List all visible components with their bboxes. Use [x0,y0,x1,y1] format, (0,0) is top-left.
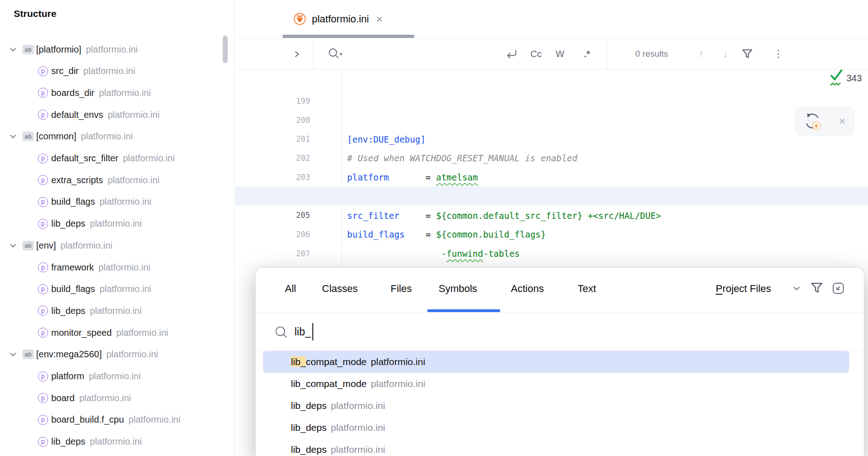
property-icon: p [38,175,48,185]
structure-tree-property[interactable]: p lib_depsplatformio.ini [0,300,234,322]
structure-tree-property[interactable]: p platformplatformio.ini [0,366,234,387]
structure-tree-property[interactable]: p boardplatformio.ini [0,387,234,409]
structure-tree-property[interactable]: p build_flagsplatformio.ini [0,278,234,300]
reload-platformio-icon[interactable] [803,111,822,131]
property-icon: p [38,88,48,98]
property-icon: p [38,110,48,120]
ide-window: Structure ab [platformio]platformio.ini … [0,0,868,456]
code-line: 199 [235,72,868,91]
tree-item-label: extra_scripts [51,175,103,185]
find-bar-separator [607,38,607,69]
scope-chevron-down-icon[interactable] [792,283,802,293]
structure-tree-property[interactable]: p boards_dirplatformio.ini [0,82,234,104]
chevron-down-icon[interactable] [9,46,17,53]
code-line: 202 platform = atmelsam [235,129,868,148]
structure-tree-property[interactable]: p frameworkplatformio.ini [0,256,234,278]
structure-tree-property[interactable]: p monitor_speedplatformio.ini [0,322,234,344]
dismiss-reload-icon[interactable]: × [839,117,846,126]
structure-tree-property[interactable]: p lib_depsplatformio.ini [0,431,234,453]
structure-panel: Structure ab [platformio]platformio.ini … [0,0,235,456]
tree-item-file: platformio.ini [86,44,138,54]
structure-tree-property[interactable]: p board_build.f_cpuplatformio.ini [0,409,234,431]
search-result-row[interactable]: lib_compat_mode platformio.ini [263,351,849,373]
active-tab-underline [283,35,414,38]
match-case-button[interactable]: Cc [530,38,541,69]
scope-selector[interactable]: Project Files [716,268,771,310]
property-icon: p [38,262,48,272]
search-everywhere-tabs: AllClassesFilesSymbolsActionsText Projec… [256,268,864,313]
structure-tree-section[interactable]: ab [env]platformio.ini [0,234,234,256]
tree-item-file: platformio.ini [100,196,151,207]
tree-item-file: platformio.ini [106,349,158,359]
structure-tree-property[interactable]: p extra_scriptsplatformio.ini [0,169,234,191]
inspections-widget[interactable]: 343 [830,68,862,89]
tree-item-file: platformio.ini [60,240,112,250]
search-magnifier-icon[interactable] [327,38,343,69]
regex-button[interactable]: .* [584,38,590,69]
tree-item-file: platformio.ini [90,306,142,316]
tree-item-label: framework [51,262,94,272]
tree-item-label: src_dir [51,66,79,76]
property-icon: p [38,328,48,338]
search-result-row[interactable]: lib_compat_mode platformio.ini [263,373,849,395]
words-button[interactable]: W [556,38,564,69]
tree-item-label: default_envs [51,110,103,120]
chevron-down-icon[interactable] [9,242,17,249]
newline-icon[interactable] [504,38,518,69]
popup-tab-all[interactable]: All [285,268,296,310]
search-everywhere-input[interactable]: lib_ [256,313,864,350]
section-ab-icon: ab [22,132,34,141]
result-symbol-name: lib_deps [291,400,327,411]
chevron-down-icon[interactable] [9,350,17,358]
property-icon: p [38,306,48,316]
editor-tab-platformio-ini[interactable]: platformio.ini × [283,0,395,38]
structure-tree-property[interactable]: p build_flagsplatformio.ini [0,191,234,213]
structure-tree-section[interactable]: ab [common]platformio.ini [0,126,234,148]
property-icon: p [38,197,48,207]
popup-tab-actions[interactable]: Actions [511,268,544,310]
tree-item-file: platformio.ini [90,218,142,228]
structure-tree-section[interactable]: ab [env:mega2560]platformio.ini [0,344,234,366]
structure-tree-property[interactable]: p default_src_filterplatformio.ini [0,148,234,170]
more-options-icon[interactable]: ⋮ [773,38,783,69]
search-result-row[interactable]: lib_deps platformio.ini [263,417,849,439]
tree-item-label: monitor_speed [51,328,112,338]
popup-tab-text[interactable]: Text [578,268,596,310]
tree-item-file: platformio.ini [123,153,175,163]
tab-close-icon[interactable]: × [376,15,383,24]
expand-search-chevron-icon[interactable] [293,38,301,69]
next-occurrence-button[interactable]: ↓ [723,38,728,69]
previous-occurrence-button[interactable]: ↑ [699,38,704,69]
property-icon: p [38,415,48,425]
tree-item-file: platformio.ini [81,131,133,141]
popup-tab-files[interactable]: Files [391,268,412,310]
result-file-name: platformio.ini [331,400,385,411]
popup-tab-classes[interactable]: Classes [322,268,358,310]
code-line: 207 -mpoke-function-name [235,225,868,244]
structure-tree-property[interactable]: p lib_depsplatformio.ini [0,213,234,235]
search-result-row[interactable]: lib_deps platformio.ini [263,395,849,417]
reload-project-card: × [795,106,854,136]
chevron-down-icon[interactable] [9,133,17,140]
tree-item-file: platformio.ini [100,284,151,294]
structure-tree-section[interactable]: ab [platformio]platformio.ini [0,38,234,60]
search-results-list: lib_compat_mode platformio.ini lib_compa… [256,351,864,456]
property-icon: p [38,393,48,403]
open-in-find-window-icon[interactable] [832,282,845,295]
tree-item-file: platformio.ini [83,66,135,76]
search-result-row[interactable]: lib_deps platformio.ini [263,439,849,456]
tree-item-file: platformio.ini [98,262,150,272]
result-symbol-name: lib_compat_mode [291,356,367,367]
result-symbol-name: lib_deps [291,444,327,455]
tree-item-file: platformio.ini [89,371,140,381]
structure-tree-property[interactable]: p src_dirplatformio.ini [0,60,234,82]
popup-filter-icon[interactable] [810,281,824,294]
code-line: 200 [env:DUE_debug] [235,91,868,111]
filter-search-icon[interactable] [741,38,753,69]
popup-search-icon [274,325,288,339]
structure-tree-property[interactable]: p default_envsplatformio.ini [0,104,234,126]
structure-scrollbar-thumb[interactable] [223,36,228,63]
gutter-separator [341,69,342,270]
tree-item-label: [common] [36,131,76,141]
popup-tab-symbols[interactable]: Symbols [439,268,477,310]
